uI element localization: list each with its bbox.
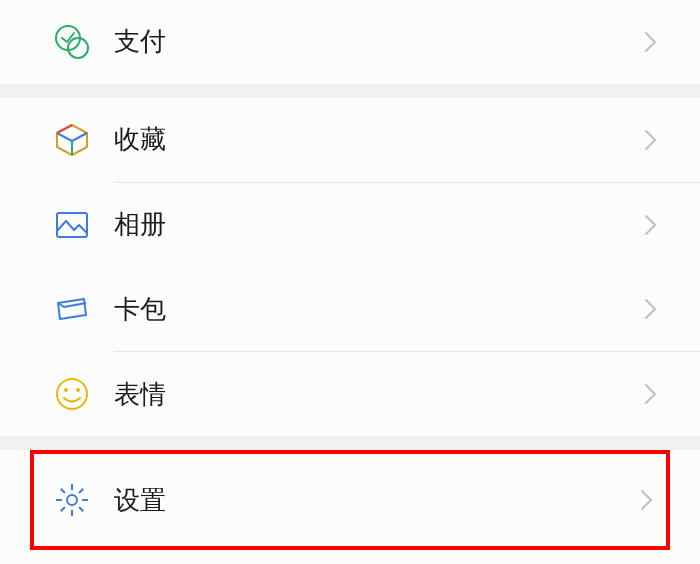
menu-item-pay[interactable]: 支付 xyxy=(0,0,700,84)
chevron-right-icon xyxy=(640,488,654,512)
section-gap xyxy=(0,84,700,98)
album-icon xyxy=(54,207,90,243)
chevron-right-icon xyxy=(644,30,658,54)
menu-item-cards[interactable]: 卡包 xyxy=(0,267,700,351)
menu-item-album[interactable]: 相册 xyxy=(0,183,700,267)
highlight-box: 设置 xyxy=(30,450,670,550)
menu-label-pay: 支付 xyxy=(114,24,644,59)
svg-point-4 xyxy=(64,388,68,392)
menu-label-album: 相册 xyxy=(114,207,644,242)
svg-point-5 xyxy=(76,388,80,392)
menu-label-favorites: 收藏 xyxy=(114,122,644,157)
menu-label-cards: 卡包 xyxy=(114,292,644,327)
svg-point-3 xyxy=(57,379,87,409)
menu-label-stickers: 表情 xyxy=(114,377,644,412)
menu-label-settings: 设置 xyxy=(114,483,640,518)
svg-point-6 xyxy=(67,495,77,505)
settings-gear-icon xyxy=(54,482,90,518)
menu-item-favorites[interactable]: 收藏 xyxy=(0,98,700,182)
settings-menu-list: 支付 收藏 相册 xyxy=(0,0,700,564)
chevron-right-icon xyxy=(644,297,658,321)
chevron-right-icon xyxy=(644,128,658,152)
menu-item-settings[interactable]: 设置 xyxy=(34,454,666,546)
menu-item-stickers[interactable]: 表情 xyxy=(0,352,700,436)
section-gap xyxy=(0,436,700,450)
favorites-icon xyxy=(54,122,90,158)
cards-icon xyxy=(54,291,90,327)
stickers-icon xyxy=(54,376,90,412)
chevron-right-icon xyxy=(644,382,658,406)
svg-point-1 xyxy=(68,38,88,58)
pay-icon xyxy=(54,24,90,60)
chevron-right-icon xyxy=(644,213,658,237)
